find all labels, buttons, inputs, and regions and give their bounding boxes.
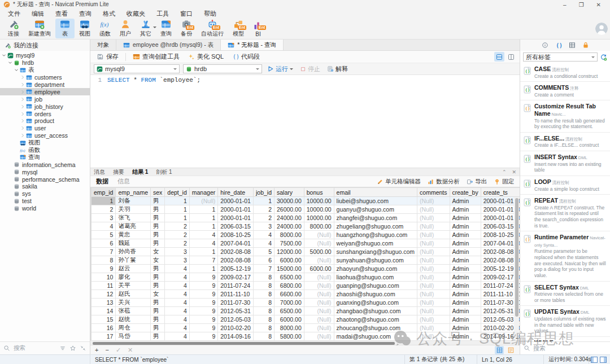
explain-button[interactable]: 解释 — [325, 65, 350, 73]
cell-hire_date[interactable]: 2008-10-25 — [218, 231, 254, 239]
tree-item-performance_schema[interactable]: performance_schema — [0, 176, 90, 183]
cell-emp_name[interactable]: 刘备 — [116, 197, 151, 205]
cell-sex[interactable]: 男 — [150, 324, 164, 332]
cell-bonus[interactable]: 6000.00 — [304, 265, 334, 273]
grid-horizontal-scrollbar[interactable] — [90, 340, 520, 345]
cell-emp_id[interactable]: 11 — [91, 282, 116, 290]
snippet-item-WHILE[interactable]: ()WHILE流程控制Create a WHILE construct. The… — [520, 337, 610, 341]
result-tab-消息[interactable]: 消息 — [94, 168, 105, 176]
cell-emp_name[interactable]: 诸葛亮 — [116, 222, 151, 231]
cell-create_by[interactable]: Admin — [450, 324, 481, 332]
cell-emp_name[interactable]: 关兴 — [116, 299, 151, 307]
chevron-right-icon[interactable] — [20, 125, 25, 131]
cell-hire_date[interactable]: 2009-02-17 — [218, 273, 254, 282]
cell-create_by[interactable]: Admin — [450, 315, 481, 324]
cell-dept_id[interactable]: 4 — [165, 332, 189, 341]
cell-comments[interactable]: (Null) — [417, 332, 450, 341]
cell-create_by[interactable]: Admin — [450, 231, 481, 239]
snippet-item-COMMENTS[interactable]: ()COMMENTS注释Create a comment — [520, 82, 610, 100]
split-horizontal-button[interactable] — [494, 52, 504, 62]
cell-dept_id[interactable]: 3 — [165, 256, 189, 265]
cell-sex[interactable]: 男 — [150, 315, 164, 324]
tree-item-orders[interactable]: orders — [0, 110, 90, 117]
cell-hire_date[interactable]: 2000-01-01 — [218, 214, 254, 222]
cell-bonus[interactable]: 5000.00 — [304, 248, 334, 256]
chevron-right-icon[interactable] — [20, 89, 25, 95]
cell-salary[interactable]: 24000.00 — [274, 222, 304, 231]
snippet-item-Runtime Parameter[interactable]: ()Runtime ParameterNavicat-only Synta...… — [520, 231, 610, 281]
tree-item-information_schema[interactable]: information_schema — [0, 161, 90, 168]
cell-salary[interactable]: 8000.00 — [274, 231, 304, 239]
split-vertical-button[interactable] — [506, 52, 516, 62]
cell-dept_id[interactable]: 1 — [165, 197, 189, 205]
toolbar-others-button[interactable]: 其它 — [136, 19, 156, 38]
cell-email[interactable]: zhaoshi@shuguo.com — [334, 290, 417, 299]
cell-dept_id[interactable]: 4 — [165, 273, 189, 282]
column-header-salary[interactable]: salary — [274, 188, 304, 197]
column-header-dept_id[interactable]: dept_id — [165, 188, 189, 197]
cell-email[interactable]: madai@shuguo.com — [334, 332, 417, 341]
cell-manager[interactable]: 9 — [189, 315, 217, 324]
toolbar-query-button[interactable]: 查询 — [156, 19, 176, 38]
column-header-comments[interactable]: comments — [417, 188, 450, 197]
cell-dept_id[interactable]: 4 — [165, 307, 189, 315]
result-subtab-信息[interactable]: 信息 — [117, 177, 130, 186]
cell-job_id[interactable]: 8 — [253, 273, 274, 282]
cell-hire_date[interactable]: 2012-05-31 — [218, 307, 254, 315]
cell-job_id[interactable]: 2 — [253, 205, 274, 214]
column-header-email[interactable]: email — [334, 188, 417, 197]
cell-dept_id[interactable]: 4 — [165, 290, 189, 299]
cell-manager[interactable]: 1 — [189, 222, 217, 231]
cell-sex[interactable]: 男 — [150, 205, 164, 214]
save-button[interactable]: 保存 — [94, 51, 121, 62]
sql-editor[interactable]: 1 SELECT * FROM `employee`; — [90, 75, 520, 168]
toggle-right-pane-icon[interactable] — [600, 357, 607, 363]
cell-emp_id[interactable]: 17 — [91, 332, 116, 341]
cell-dept_id[interactable]: 2 — [165, 239, 189, 248]
cell-dept_id[interactable]: 4 — [165, 315, 189, 324]
cell-bonus[interactable]: 10000.00 — [304, 197, 334, 205]
cell-email[interactable]: liubei@shuguo.com — [334, 197, 417, 205]
cell-email[interactable]: guanping@shuguo.com — [334, 282, 417, 290]
cell-emp_name[interactable]: 马岱 — [116, 332, 151, 341]
toolbar-automation-button[interactable]: Ent自动运行 — [197, 19, 228, 38]
cell-manager[interactable]: 9 — [189, 299, 217, 307]
cell-emp_id[interactable]: 10 — [91, 273, 116, 282]
cell-job_id[interactable]: 7 — [253, 265, 274, 273]
cell-create_by[interactable]: Admin — [450, 273, 481, 282]
beautify-sql-button[interactable]: 美化 SQL — [185, 51, 226, 62]
cell-emp_name[interactable]: 周仓 — [116, 324, 151, 332]
grid-vertical-scrollbar[interactable] — [514, 197, 519, 338]
cell-dept_id[interactable]: 4 — [165, 299, 189, 307]
cell-bonus[interactable]: (Null) — [304, 299, 334, 307]
tree-item-mysql[interactable]: mysql — [0, 168, 90, 176]
cell-manager[interactable]: 1 — [189, 248, 217, 256]
cell-create_by[interactable]: Admin — [450, 197, 481, 205]
grid-view-button[interactable] — [495, 346, 504, 354]
chevron-right-icon[interactable] — [20, 82, 25, 87]
cell-salary[interactable]: 6000.00 — [274, 315, 304, 324]
cell-emp_id[interactable]: 1 — [91, 197, 116, 205]
cell-salary[interactable]: 6000.00 — [274, 256, 304, 265]
cell-bonus[interactable]: (Null) — [304, 307, 334, 315]
snippet-item-CASE[interactable]: ()CASE流程控制Create a conditional construct — [520, 63, 610, 82]
connection-select[interactable]: mysql9 — [94, 64, 180, 73]
cell-salary[interactable]: 7500.00 — [274, 239, 304, 248]
cell-create_by[interactable]: Admin — [450, 265, 481, 273]
cell-email[interactable]: liaohua@shuguo.com — [334, 273, 417, 282]
cell-comments[interactable]: (Null) — [417, 282, 450, 290]
cell-emp_id[interactable]: 4 — [91, 222, 116, 231]
cell-sex[interactable]: 男 — [150, 307, 164, 315]
cell-emp_name[interactable]: 关羽 — [116, 205, 151, 214]
cell-job_id[interactable]: 8 — [253, 307, 274, 315]
grid-panel-icon[interactable] — [569, 42, 576, 49]
form-view-button[interactable] — [506, 346, 515, 354]
tree-item-函数[interactable]: f(x)函数 — [0, 147, 90, 154]
snippet-item-UPDATE Syntax[interactable]: ()UPDATE SyntaxDMLUpdates columns of exi… — [520, 306, 610, 336]
cell-create_by[interactable]: Admin — [450, 299, 481, 307]
tree-item-user_access[interactable]: user_access — [0, 132, 90, 139]
cell-emp_id[interactable]: 16 — [91, 324, 116, 332]
cell-dept_id[interactable]: 2 — [165, 231, 189, 239]
cell-comments[interactable]: (Null) — [417, 324, 450, 332]
cell-emp_name[interactable]: 赵云 — [116, 265, 151, 273]
